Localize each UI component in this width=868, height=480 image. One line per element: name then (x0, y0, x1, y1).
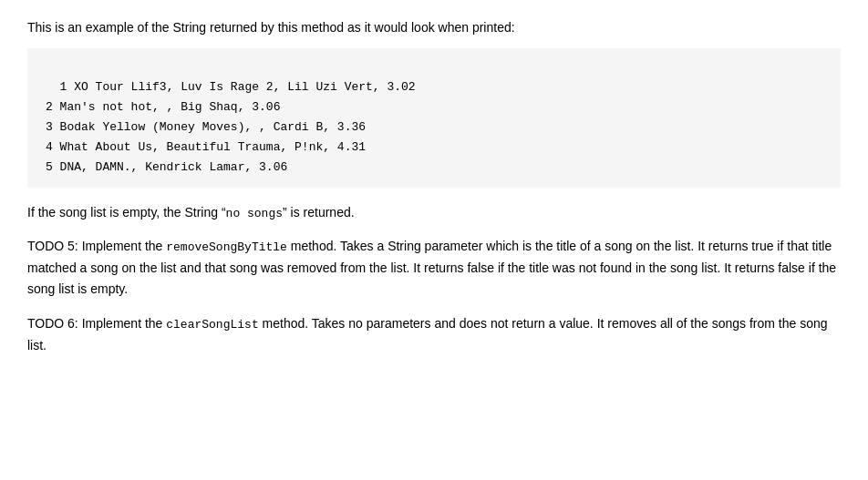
todo5-label: TODO 5: (27, 239, 82, 253)
todo5-text: method. Takes a String parameter which i… (27, 239, 836, 295)
todo5-block: TODO 5: Implement the removeSongByTitle … (27, 236, 841, 299)
todo5-method: removeSongByTitle (166, 240, 287, 254)
empty-list-after: ” is returned. (283, 205, 355, 220)
code-block: 1 XO Tour Llif3, Luv Is Rage 2, Lil Uzi … (27, 48, 841, 188)
intro-text: This is an example of the String returne… (27, 18, 841, 37)
empty-list-before: If the song list is empty, the String “ (27, 205, 226, 220)
todo6-text: method. Takes no parameters and does not… (27, 316, 828, 352)
empty-list-paragraph: If the song list is empty, the String “n… (27, 202, 841, 224)
code-line-1: 1 XO Tour Llif3, Luv Is Rage 2, Lil Uzi … (60, 80, 416, 94)
code-line-3: 3 Bodak Yellow (Money Moves), , Cardi B,… (46, 120, 366, 134)
todo6-block: TODO 6: Implement the clearSongList meth… (27, 313, 841, 355)
todo6-label: TODO 6: (27, 316, 82, 331)
empty-list-code: no songs (226, 207, 283, 220)
code-line-5: 5 DNA, DAMN., Kendrick Lamar, 3.06 (46, 160, 287, 174)
code-line-2: 2 Man's not hot, , Big Shaq, 3.06 (46, 100, 280, 114)
code-line-4: 4 What About Us, Beautiful Trauma, P!nk,… (46, 140, 366, 154)
todo6-method: clearSongList (166, 318, 258, 332)
